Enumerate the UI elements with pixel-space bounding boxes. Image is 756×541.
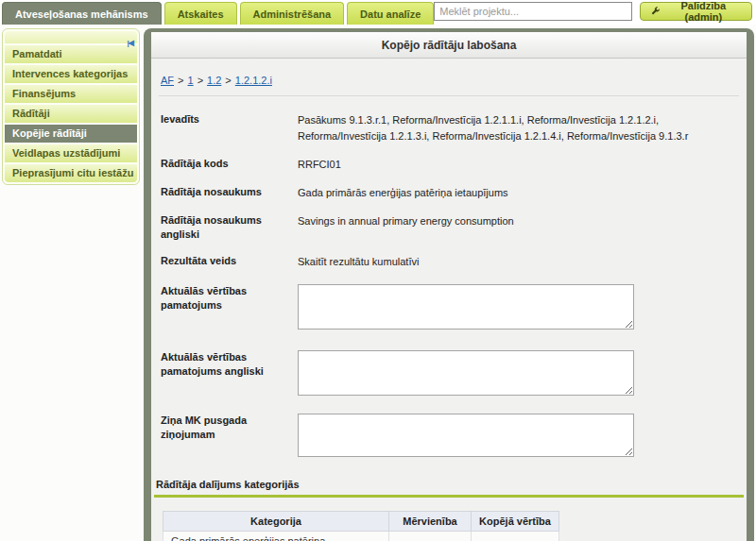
breadcrumb-separator: > [178,75,183,86]
tab-atveselosanas-mehanisms[interactable]: Atveseļošanas mehānisms [2,2,162,25]
field-value: RRFCI01 [298,157,739,173]
aktualas-vertibas-pamatojums-angliski-textarea[interactable] [298,350,634,396]
field-label: Ziņa MK pusgada ziņojumam [161,414,298,462]
breadcrumb-link-1[interactable]: 1 [188,75,194,86]
section-title-raditaja-dalijums: Rādītāja dalījums kategorijās [156,479,744,490]
top-navigation-bar: Atveseļošanas mehānisms Atskaites Admini… [0,0,756,25]
help-admin-label: Palīdzība (admin) [665,0,742,23]
app-window: Atveseļošanas mehānisms Atskaites Admini… [0,0,756,541]
main-panel: Kopējo rādītāju labošana AF>1>1.2>1.2.1.… [144,28,754,541]
sidebar-item-finansejums[interactable]: Finansējums [5,85,137,103]
sidebar-item-raditaji[interactable]: Rādītāji [5,105,137,123]
breadcrumb-separator: > [225,75,231,86]
field-label: Aktuālās vērtības pamatojums [161,284,298,334]
project-search-input[interactable] [434,2,631,21]
field-value: Savings in annual primary energy consump… [298,213,739,242]
cell-total [472,532,559,541]
field-label: Aktuālās vērtības pamatojums angliski [161,350,298,400]
cell-category: Gada primārās enerģijas patēriņa ietaupī… [163,532,389,541]
field-aktualas-vertibas-pamatojums-angliski: Aktuālās vērtības pamatojums angliski [161,350,739,400]
aktualas-vertibas-pamatojums-textarea[interactable] [298,284,634,330]
field-value: Gada primārās enerģijas patēriņa ietaupī… [298,185,739,201]
field-label: Ievadīts [161,112,298,144]
top-tabs: Atveseļošanas mehānisms Atskaites Admini… [0,2,434,25]
sidebar-menu: |◀ Pamatdati Intervences kategorijas Fin… [2,28,140,185]
column-header-kopeja-vertiba: Kopējā vērtība [472,512,559,532]
sidebar-header: |◀ [5,31,137,43]
tab-atskaites[interactable]: Atskaites [164,2,237,25]
tab-administresana[interactable]: Administrēšana [240,2,345,25]
collapse-sidebar-icon[interactable]: |◀ [128,39,133,47]
field-raditaja-kods: Rādītāja kods RRFCI01 [161,157,739,173]
field-zina-mk-pusgada-zinojumam: Ziņa MK pusgada ziņojumam [161,414,739,462]
field-rezultata-veids: Rezultāta veids Skaitīt rezultātu kumula… [161,254,739,270]
breadcrumb-link-1-2-1-2-i[interactable]: 1.2.1.2.i [235,75,272,86]
field-label: Rādītāja kods [161,157,298,173]
field-aktualas-vertibas-pamatojums: Aktuālās vērtības pamatojums [161,284,739,334]
field-ievadits: Ievadīts Pasākums 9.1.3.r.1, Reforma/Inv… [161,112,739,144]
breadcrumb-separator: > [198,75,203,86]
main-layout: |◀ Pamatdati Intervences kategorijas Fin… [0,25,756,541]
wrench-icon [650,7,661,17]
sidebar-item-intervences-kategorijas[interactable]: Intervences kategorijas [5,65,137,83]
field-raditaja-nosaukums: Rādītāja nosaukums Gada primārās enerģij… [161,185,739,201]
cell-unit: MWh/gadā [389,532,472,541]
field-label: Rādītāja nosaukums [161,185,298,201]
zina-mk-pusgada-zinojumam-textarea[interactable] [298,414,634,457]
breadcrumb-link-1-2[interactable]: 1.2 [207,75,221,86]
field-value: Skaitīt rezultātu kumulatīvi [298,254,739,270]
field-raditaja-nosaukums-angliski: Rādītāja nosaukums angliski Savings in a… [161,213,739,242]
sidebar-item-pamatdati[interactable]: Pamatdati [5,45,137,63]
sidebar-item-pieprasijumi-citu-iestazu-is[interactable]: Pieprasījumi citu iestāžu IS [5,164,137,182]
panel-content: AF>1>1.2>1.2.1.2.i Ievadīts Pasākums 9.1… [151,59,747,541]
section-divider [154,495,744,498]
help-admin-button[interactable]: Palīdzība (admin) [640,2,752,21]
breadcrumb: AF>1>1.2>1.2.1.2.i [159,59,739,96]
sidebar-item-veidlapas-uzstadijumi[interactable]: Veidlapas uzstādījumi [5,144,137,162]
column-header-kategorija: Kategorija [163,512,389,532]
sidebar-item-kopejie-raditaji[interactable]: Kopējie rādītāji [5,125,137,143]
field-label: Rādītāja nosaukums angliski [161,213,298,242]
table-row: Gada primārās enerģijas patēriņa ietaupī… [163,532,559,541]
field-label: Rezultāta veids [161,254,298,270]
field-value: Pasākums 9.1.3.r.1, Reforma/Investīcija … [298,112,739,144]
breadcrumb-link-af[interactable]: AF [161,75,174,86]
page-title: Kopējo rādītāju labošana [151,32,747,59]
topbar-right-group: Palīdzība (admin) [434,2,752,21]
table-header-row: Kategorija Mērvienība Kopējā vērtība [163,512,559,532]
column-header-mervieniba: Mērvienība [389,512,472,532]
categories-table: Kategorija Mērvienība Kopējā vērtība Gad… [163,511,559,541]
tab-datu-analize[interactable]: Datu analīze [347,2,434,25]
